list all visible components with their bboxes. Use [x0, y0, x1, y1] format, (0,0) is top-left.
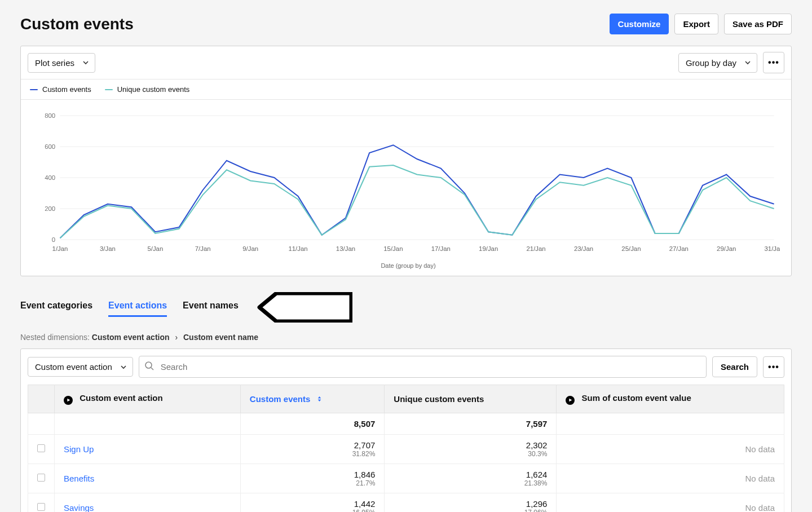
col-unique-label: Unique custom events — [394, 394, 484, 404]
save-pdf-button[interactable]: Save as PDF — [724, 14, 792, 34]
svg-text:21/Jan: 21/Jan — [526, 245, 545, 252]
col-sum-label: Sum of custom event value — [582, 393, 691, 403]
total-unique: 7,597 — [526, 419, 548, 429]
svg-text:9/Jan: 9/Jan — [242, 245, 258, 252]
x-axis-label: Date (group by day) — [37, 262, 780, 269]
table-totals-row: 8,507 7,597 — [28, 413, 784, 434]
row-unique: 1,624 — [526, 470, 548, 479]
chevron-down-icon — [120, 364, 127, 370]
svg-text:19/Jan: 19/Jan — [479, 245, 498, 252]
row-unique: 1,296 — [526, 499, 548, 509]
dimension-label: Custom event action — [35, 362, 112, 372]
row-checkbox[interactable] — [37, 503, 45, 511]
col-action-label: Custom event action — [80, 393, 163, 403]
row-sum: No data — [745, 444, 775, 454]
crumbs-b: Custom event name — [183, 333, 258, 342]
row-sum: No data — [745, 474, 775, 483]
svg-text:25/Jan: 25/Jan — [621, 245, 641, 252]
col-custom-events[interactable]: Custom events — [240, 385, 385, 413]
svg-text:23/Jan: 23/Jan — [574, 245, 593, 252]
row-name-link[interactable]: Savings — [64, 503, 94, 513]
search-input[interactable] — [139, 356, 707, 378]
row-sum: No data — [745, 503, 775, 513]
svg-text:800: 800 — [45, 112, 55, 119]
table-row: Sign Up 2,70731.82% 2,30230.3% No data — [28, 434, 784, 464]
svg-text:200: 200 — [45, 205, 55, 212]
table-more-button[interactable]: ••• — [763, 356, 784, 378]
more-icon: ••• — [768, 58, 779, 68]
svg-point-26 — [145, 362, 152, 368]
row-unique: 2,302 — [526, 440, 548, 450]
tab-event-actions[interactable]: Event actions — [108, 301, 167, 317]
col-events-label: Custom events — [250, 394, 311, 404]
svg-text:11/Jan: 11/Jan — [288, 245, 307, 252]
row-events-pct: 21.7% — [250, 479, 376, 487]
legend-label: Custom events — [42, 85, 91, 94]
row-checkbox[interactable] — [37, 474, 45, 482]
sort-icon — [313, 394, 323, 404]
legend-item-unique-custom-events[interactable]: Unique custom events — [105, 85, 190, 94]
row-unique-pct: 17.06% — [394, 509, 547, 513]
row-events-pct: 16.95% — [250, 509, 376, 513]
row-events: 1,442 — [354, 499, 376, 509]
group-by-select[interactable]: Group by day — [678, 53, 757, 73]
svg-text:5/Jan: 5/Jan — [147, 245, 163, 252]
plot-series-label: Plot series — [35, 58, 74, 68]
row-events: 1,846 — [354, 470, 376, 479]
chart-more-button[interactable]: ••• — [763, 52, 784, 73]
annotation-arrow-icon — [257, 292, 352, 325]
chevron-down-icon — [82, 59, 89, 66]
table-row: Savings 1,44216.95% 1,29617.06% No data — [28, 493, 784, 512]
svg-text:7/Jan: 7/Jan — [195, 245, 211, 252]
play-icon — [566, 396, 575, 405]
page-title: Custom events — [20, 15, 134, 33]
row-unique-pct: 30.3% — [394, 450, 547, 458]
chevron-down-icon — [744, 59, 751, 66]
svg-text:29/Jan: 29/Jan — [717, 245, 736, 252]
svg-line-27 — [151, 368, 153, 370]
row-name-link[interactable]: Benefits — [64, 474, 94, 483]
svg-text:31/Jan: 31/Jan — [765, 245, 780, 252]
row-checkbox[interactable] — [37, 444, 45, 452]
nested-dimensions-crumbs: Nested dimensions: Custom event action ›… — [20, 333, 792, 342]
total-events: 8,507 — [354, 419, 376, 429]
legend-label: Unique custom events — [117, 85, 190, 94]
tab-event-names[interactable]: Event names — [183, 301, 239, 317]
table-panel: Custom event action Search ••• Custom ev… — [20, 348, 792, 512]
svg-text:0: 0 — [52, 236, 55, 243]
col-unique-events[interactable]: Unique custom events — [385, 385, 557, 413]
svg-text:17/Jan: 17/Jan — [431, 245, 451, 252]
svg-text:400: 400 — [45, 174, 55, 181]
svg-text:1/Jan: 1/Jan — [52, 245, 68, 252]
legend-swatch — [30, 89, 38, 90]
row-name-link[interactable]: Sign Up — [64, 444, 94, 454]
play-icon — [64, 396, 73, 405]
table-row: Benefits 1,84621.7% 1,62421.38% No data — [28, 464, 784, 493]
row-events-pct: 31.82% — [250, 450, 376, 458]
search-button[interactable]: Search — [712, 356, 757, 377]
chart-panel: Plot series Group by day ••• Custom even… — [20, 46, 792, 276]
crumbs-label: Nested dimensions: — [20, 333, 90, 342]
svg-text:15/Jan: 15/Jan — [383, 245, 403, 252]
row-unique-pct: 21.38% — [394, 479, 547, 487]
col-action[interactable]: Custom event action — [55, 385, 241, 413]
row-events: 2,707 — [354, 440, 376, 450]
legend-swatch — [105, 89, 113, 90]
more-icon: ••• — [768, 362, 779, 372]
crumbs-a: Custom event action — [92, 333, 170, 342]
search-icon — [144, 361, 155, 373]
line-chart: 02004006008001/Jan3/Jan5/Jan7/Jan9/Jan11… — [37, 110, 780, 257]
legend-item-custom-events[interactable]: Custom events — [30, 85, 91, 94]
tab-event-categories[interactable]: Event categories — [20, 301, 92, 317]
plot-series-select[interactable]: Plot series — [28, 53, 95, 73]
svg-text:600: 600 — [45, 143, 55, 150]
customize-button[interactable]: Customize — [610, 14, 669, 34]
export-button[interactable]: Export — [674, 14, 718, 34]
group-by-label: Group by day — [686, 58, 736, 68]
svg-text:3/Jan: 3/Jan — [100, 245, 116, 252]
svg-text:27/Jan: 27/Jan — [669, 245, 689, 252]
dimension-select[interactable]: Custom event action — [28, 357, 133, 377]
svg-text:13/Jan: 13/Jan — [336, 245, 355, 252]
col-sum-value[interactable]: Sum of custom event value — [557, 385, 784, 413]
